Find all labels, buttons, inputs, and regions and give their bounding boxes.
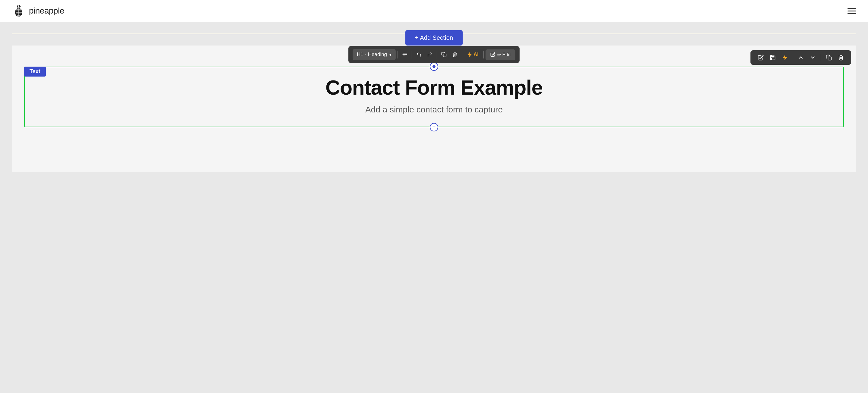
- toolbar-separator-1: [793, 54, 793, 61]
- trash-icon[interactable]: [450, 50, 460, 59]
- page-section: Text H1 - Heading ▾: [12, 46, 856, 172]
- svg-rect-7: [828, 57, 832, 60]
- add-section-button[interactable]: + Add Section: [405, 30, 463, 46]
- logo-text: pineapple: [29, 6, 64, 16]
- undo-icon[interactable]: [414, 50, 424, 59]
- toolbar-sep-2: [412, 51, 412, 58]
- heading-type-label: H1 - Heading: [357, 52, 387, 58]
- toolbar-sep-4: [462, 51, 462, 58]
- toolbar-sep-5: [484, 51, 484, 58]
- add-section-area: + Add Section: [0, 22, 868, 46]
- duplicate-icon[interactable]: [824, 53, 834, 62]
- section-toolbar-top: [750, 50, 851, 65]
- ai-label: AI: [473, 52, 478, 58]
- handle-top[interactable]: [430, 62, 438, 71]
- lightning-icon[interactable]: [779, 53, 790, 62]
- toolbar-sep-3: [437, 51, 437, 58]
- logo-area: pineapple: [12, 4, 64, 18]
- heading-content: Contact Form Example: [326, 76, 543, 99]
- ai-button[interactable]: AI: [464, 50, 482, 59]
- svg-rect-11: [443, 54, 446, 57]
- text-block[interactable]: Text H1 - Heading ▾: [24, 67, 844, 127]
- subheading-content: Add a simple contact form to capture: [365, 105, 503, 114]
- svg-marker-6: [783, 55, 787, 60]
- save-icon[interactable]: [767, 53, 778, 62]
- toolbar-sep-1: [398, 51, 398, 58]
- align-icon[interactable]: [400, 50, 410, 59]
- move-up-icon[interactable]: [795, 53, 806, 62]
- delete-icon[interactable]: [835, 53, 846, 62]
- heading-text[interactable]: Contact Form Example: [37, 76, 831, 99]
- edit-button[interactable]: ✏ Edit: [486, 50, 516, 60]
- subheading-text: Add a simple contact form to capture: [37, 105, 831, 115]
- text-type-badge: Text: [24, 67, 46, 77]
- redo-icon[interactable]: [425, 50, 435, 59]
- edit-label: ✏ Edit: [497, 52, 510, 58]
- svg-marker-12: [467, 53, 472, 57]
- pineapple-logo-icon: [12, 4, 25, 18]
- header: pineapple: [0, 0, 868, 22]
- move-down-icon[interactable]: [807, 53, 818, 62]
- copy-icon[interactable]: [439, 50, 449, 59]
- heading-type-dropdown[interactable]: H1 - Heading ▾: [352, 49, 396, 60]
- text-editor-toolbar: H1 - Heading ▾: [348, 46, 520, 63]
- chevron-down-icon: ▾: [390, 53, 392, 57]
- edit-icon[interactable]: [755, 53, 766, 62]
- canvas-wrapper: + Add Section: [0, 22, 868, 393]
- handle-bottom[interactable]: +: [430, 123, 438, 131]
- hamburger-menu-icon[interactable]: [847, 8, 856, 14]
